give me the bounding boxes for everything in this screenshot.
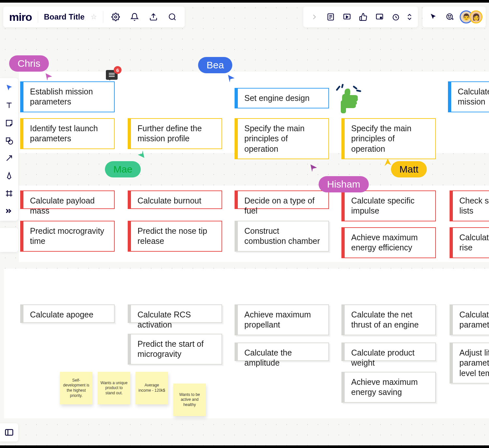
cursor-arrow-chris: [44, 72, 54, 81]
svg-point-16: [448, 16, 449, 16]
card-predict-nose[interactable]: Predict the nose tip release: [128, 221, 222, 252]
svg-marker-9: [346, 16, 348, 18]
cursor-label-bea: Bea: [198, 57, 232, 73]
bell-icon[interactable]: [128, 10, 141, 23]
card-achieve-max-energy[interactable]: Achieve maximum energy efficiency: [341, 227, 436, 258]
sticky-note-3[interactable]: Average income - 120k$: [136, 372, 168, 404]
map-toggle[interactable]: [0, 423, 18, 441]
svg-point-11: [380, 17, 381, 18]
card-construct-combustion[interactable]: Construct combustion chamber: [235, 221, 329, 252]
svg-marker-35: [310, 164, 317, 172]
svg-point-23: [8, 140, 13, 144]
cursor-label-matt: Matt: [391, 161, 427, 177]
tools-toolbar: [0, 78, 18, 221]
svg-rect-29: [6, 429, 13, 435]
sticky-tool[interactable]: [3, 117, 15, 129]
svg-point-17: [450, 16, 451, 16]
timer-icon[interactable]: [389, 10, 402, 23]
card-predict-start-micro[interactable]: Predict the start of microgravity: [128, 334, 222, 365]
search-icon[interactable]: [166, 10, 179, 23]
svg-rect-36: [341, 100, 346, 113]
arrow-tool[interactable]: [3, 152, 15, 164]
svg-point-0: [114, 16, 117, 18]
miro-logo[interactable]: miro: [9, 11, 32, 23]
svg-line-14: [396, 17, 397, 18]
select-tool[interactable]: [3, 82, 15, 94]
card-specify-principles-2[interactable]: Specify the main principles of operation: [341, 118, 436, 159]
cursor-arrow-bea: [226, 73, 236, 83]
card-predict-micro[interactable]: Predict mocrogravity time: [20, 221, 115, 252]
export-icon[interactable]: [147, 10, 160, 23]
svg-line-3: [174, 19, 176, 20]
more-icon[interactable]: [406, 10, 413, 23]
comment-thread-badge[interactable]: 6: [106, 70, 118, 80]
svg-point-2: [169, 14, 175, 19]
card-specify-principles-1[interactable]: Specify the main principles of operation: [235, 118, 329, 159]
cursor-label-mae: Mae: [105, 161, 141, 177]
card-calculate-burnout[interactable]: Calculate burnout: [128, 190, 222, 209]
settings-icon[interactable]: [109, 10, 122, 23]
card-identify-test[interactable]: Identify test launch parameters: [20, 118, 115, 149]
shape-tool[interactable]: [3, 135, 15, 147]
comment-count: 6: [114, 66, 122, 74]
card-calculate-apogee[interactable]: Calculate apogee: [20, 304, 115, 323]
svg-rect-22: [6, 138, 10, 141]
thumbs-up-icon[interactable]: [357, 10, 370, 23]
card-calculate-rise[interactable]: Calculate rise: [450, 227, 489, 258]
cursor-label-hisham: Hisham: [319, 176, 369, 192]
more-tools[interactable]: [3, 205, 15, 217]
sticky-note-1[interactable]: Self-development is the highest priority…: [60, 372, 93, 404]
svg-marker-33: [138, 150, 144, 158]
sticky-note-2[interactable]: Wants a unique product to stand out.: [98, 372, 130, 404]
sticky-note-4[interactable]: Wants to be active and healthy: [173, 384, 206, 416]
comment-icon[interactable]: [373, 10, 386, 23]
collaborator-avatars[interactable]: 👨 👩: [460, 10, 482, 23]
svg-line-24: [7, 156, 11, 161]
svg-marker-31: [46, 73, 52, 81]
cursor-arrow-hisham: [309, 163, 319, 173]
card-achieve-max-propellant[interactable]: Achieve maximum propellant: [235, 304, 329, 335]
pen-tool[interactable]: [3, 170, 15, 182]
chevron-right-icon[interactable]: [308, 10, 321, 23]
cursor-badge-icon[interactable]: [427, 10, 440, 23]
card-set-engine[interactable]: Set engine design: [235, 88, 329, 108]
notes-icon[interactable]: [324, 10, 337, 23]
card-calculate-amplitude[interactable]: Calculate the amplitude: [235, 343, 329, 361]
reactions-icon[interactable]: [443, 10, 456, 23]
svg-point-15: [447, 14, 452, 19]
cursor-arrow-mae: [136, 150, 146, 160]
card-calculate-net-thrust[interactable]: Calculate the net thrust of an engine: [341, 304, 436, 335]
card-calculate-payload[interactable]: Calculate payload mass: [20, 190, 115, 209]
card-calculate-rcs[interactable]: Calculate RCS activation: [128, 304, 222, 323]
cursor-arrow-matt: [383, 158, 393, 168]
card-adjust-life[interactable]: Adjust life parameter level temp: [450, 343, 489, 384]
card-decide-fuel[interactable]: Decide on a type of fuel: [235, 190, 329, 209]
card-calculate-impulse[interactable]: Calculate specific impulse: [341, 190, 436, 221]
card-calculate-product-weight[interactable]: Calculate product weight: [341, 343, 436, 361]
card-further-define[interactable]: Further define the mission profile: [128, 118, 222, 149]
undo-toolbar: [0, 228, 18, 252]
card-calculate-mission[interactable]: Calculate mission: [448, 81, 489, 112]
cursor-label-chris: Chris: [9, 55, 49, 72]
star-icon[interactable]: ☆: [91, 13, 97, 21]
board-title[interactable]: Board Title: [44, 12, 85, 21]
svg-marker-32: [228, 75, 235, 82]
present-icon[interactable]: [340, 10, 353, 23]
card-calculate-c-param[interactable]: Calculate c parameter: [450, 304, 489, 335]
card-check-shi[interactable]: Check shi lists: [450, 190, 489, 221]
frame-tool[interactable]: [3, 188, 15, 199]
text-tool[interactable]: [3, 100, 15, 111]
card-establish-mission[interactable]: Establish mission parameters: [20, 81, 115, 112]
thumbs-up-reaction: [335, 84, 364, 118]
card-achieve-max-saving[interactable]: Achieve maximum energy saving: [341, 372, 436, 403]
svg-marker-34: [384, 159, 391, 166]
